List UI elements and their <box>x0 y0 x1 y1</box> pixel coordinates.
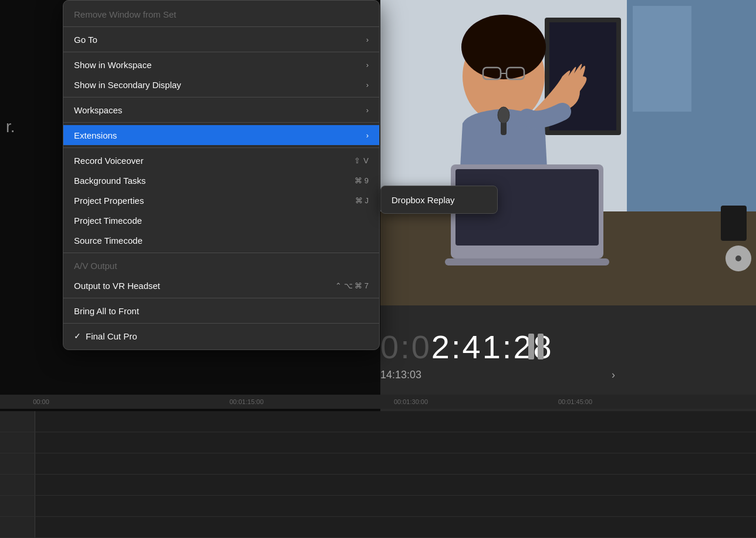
separator-5 <box>63 147 379 148</box>
background-tasks-shortcut: ⌘ 9 <box>355 176 369 185</box>
menu-item-background-tasks-label: Background Tasks <box>74 176 146 186</box>
menu-item-extensions-label: Extensions <box>74 130 117 140</box>
window-menu-dropdown: Remove Window from Set Go To › Show in W… <box>63 0 380 350</box>
record-voiceover-shortcut: ⇧ V <box>354 156 369 165</box>
video-frame <box>380 0 756 305</box>
track-label-3 <box>0 453 35 474</box>
output-vr-shortcut: ⌃ ⌥ ⌘ 7 <box>335 281 369 290</box>
track-row-3 <box>0 453 756 475</box>
workspaces-chevron-icon: › <box>366 106 369 115</box>
menu-item-go-to-label: Go To <box>74 35 97 45</box>
menu-item-extensions[interactable]: Extensions › <box>63 125 379 145</box>
menu-item-show-secondary-label: Show in Secondary Display <box>74 80 181 90</box>
checkmark-icon: ✓ <box>74 331 81 341</box>
menu-item-source-timecode[interactable]: Source Timecode <box>63 230 379 250</box>
separator-8 <box>63 323 379 324</box>
separator-6 <box>63 253 379 253</box>
secondary-timecode: 14:13:03 <box>380 369 421 381</box>
menu-item-project-properties-label: Project Properties <box>74 196 144 206</box>
menu-item-show-secondary[interactable]: Show in Secondary Display › <box>63 75 379 95</box>
track-row-5 <box>0 496 756 517</box>
track-label-4 <box>0 475 35 495</box>
separator-7 <box>63 298 379 298</box>
track-label-6 <box>0 517 35 537</box>
menu-item-source-timecode-label: Source Timecode <box>74 236 143 246</box>
menu-item-remove-window[interactable]: Remove Window from Set <box>63 4 379 24</box>
ruler-mark-1: 00:01:15:00 <box>230 398 264 405</box>
menu-item-record-voiceover-label: Record Voiceover <box>74 156 143 166</box>
timecode-display: 0:02:41:28 <box>380 328 554 366</box>
timecode-prefix: 0:0 <box>380 328 431 366</box>
menu-item-project-properties[interactable]: Project Properties ⌘ J <box>63 190 379 210</box>
ruler-mark-2: 00:01:30:00 <box>394 398 428 405</box>
dropbox-replay-label: Dropbox Replay <box>392 195 455 205</box>
separator-2 <box>63 52 379 52</box>
timeline-ruler: 00:00 00:01:15:00 00:01:30:00 00:01:45:0… <box>0 395 756 409</box>
left-side-text: r. <box>6 117 15 136</box>
menu-item-av-output-label: A/V Output <box>74 261 117 271</box>
pause-bar-left <box>528 334 534 359</box>
separator-4 <box>63 122 379 123</box>
menu-item-background-tasks[interactable]: Background Tasks ⌘ 9 <box>63 170 379 190</box>
track-rows <box>0 411 756 538</box>
menu-item-workspaces[interactable]: Workspaces › <box>63 100 379 120</box>
menu-item-av-output: A/V Output <box>63 255 379 275</box>
svg-point-16 <box>498 107 509 123</box>
svg-rect-17 <box>721 206 747 241</box>
track-row-4 <box>0 475 756 496</box>
show-secondary-chevron-icon: › <box>366 80 369 89</box>
project-properties-shortcut: ⌘ J <box>355 196 369 205</box>
menu-item-bring-all-front-label: Bring All to Front <box>74 306 139 316</box>
menu-item-bring-all-front[interactable]: Bring All to Front <box>63 301 379 321</box>
menu-item-show-workspace-label: Show in Workspace <box>74 60 151 70</box>
menu-item-final-cut-pro-label: ✓ Final Cut Pro <box>74 331 137 341</box>
secondary-timecode-area: 14:13:03 › <box>380 369 615 381</box>
timeline-chevron[interactable]: › <box>612 369 615 381</box>
video-preview-background <box>380 0 756 305</box>
extensions-chevron-icon: › <box>366 131 369 140</box>
shift-symbol: ⇧ <box>354 156 360 165</box>
menu-item-workspaces-label: Workspaces <box>74 105 122 115</box>
final-cut-pro-text: Final Cut Pro <box>86 331 137 341</box>
track-row-1 <box>0 411 756 432</box>
menu-item-show-workspace[interactable]: Show in Workspace › <box>63 55 379 75</box>
track-label-1 <box>0 411 35 432</box>
svg-point-8 <box>461 15 546 79</box>
go-to-chevron-icon: › <box>366 35 369 44</box>
pause-icon[interactable] <box>528 334 544 359</box>
svg-point-19 <box>735 255 741 261</box>
menu-item-final-cut-pro[interactable]: ✓ Final Cut Pro <box>63 326 379 346</box>
ruler-mark-0: 00:00 <box>33 398 49 405</box>
submenu-item-dropbox-replay[interactable]: Dropbox Replay <box>381 190 497 210</box>
menu-item-output-vr[interactable]: Output to VR Headset ⌃ ⌥ ⌘ 7 <box>63 275 379 295</box>
menu-item-remove-window-label: Remove Window from Set <box>74 9 176 19</box>
menu-item-project-timecode[interactable]: Project Timecode <box>63 210 379 230</box>
menu-item-record-voiceover[interactable]: Record Voiceover ⇧ V <box>63 150 379 170</box>
svg-rect-5 <box>633 6 691 112</box>
ruler-mark-3: 00:01:45:00 <box>558 398 592 405</box>
track-row-2 <box>0 432 756 453</box>
menu-item-project-timecode-label: Project Timecode <box>74 216 142 226</box>
pause-bar-right <box>538 334 544 359</box>
extensions-submenu: Dropbox Replay <box>380 186 498 214</box>
track-label-5 <box>0 496 35 516</box>
separator-3 <box>63 97 379 97</box>
menu-item-go-to[interactable]: Go To › <box>63 29 379 49</box>
track-label-2 <box>0 432 35 453</box>
track-row-6 <box>0 517 756 538</box>
svg-rect-14 <box>445 258 609 265</box>
menu-item-output-vr-label: Output to VR Headset <box>74 281 160 291</box>
separator-1 <box>63 26 379 27</box>
show-workspace-chevron-icon: › <box>366 60 369 69</box>
